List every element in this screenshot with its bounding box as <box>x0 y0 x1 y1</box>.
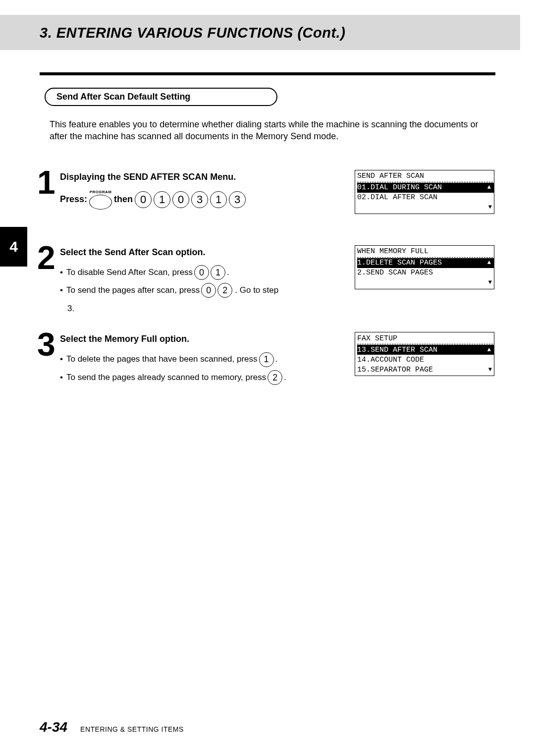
step-number: 1 <box>37 167 60 198</box>
b2-pre: To send the pages already scanned to mem… <box>66 370 266 385</box>
lcd2-line2: 1.DELETE SCAN PAGES <box>357 258 487 268</box>
lcd-3: FAX SETUP 13.SEND AFTER SCAN▲ 14.ACCOUNT… <box>355 332 494 376</box>
lcd1-line2: 01.DIAL DURING SCAN <box>357 183 487 193</box>
down-arrow-icon: ▼ <box>488 279 494 287</box>
up-arrow-icon: ▲ <box>487 184 493 192</box>
step-3-bullet-1: • To delete the pages that have been sca… <box>60 352 345 367</box>
lcd1-line3: 02.DIAL AFTER SCAN <box>357 193 494 203</box>
step-3-title: Select the Memory Full option. <box>60 334 345 344</box>
page-header: 3. ENTERING VARIOUS FUNCTIONS (Cont.) <box>0 15 520 50</box>
key-3: 3 <box>191 191 208 208</box>
step-3: 3 Select the Memory Full option. • To de… <box>37 332 345 388</box>
key-0: 0 <box>194 265 209 280</box>
key-1: 1 <box>154 191 170 208</box>
step-2-bullet-1: • To disable Send After Scan, press 0 1 … <box>60 265 345 280</box>
key-2: 2 <box>268 370 282 385</box>
step-2-bullet-2: • To send the pages after scan, press 0 … <box>60 283 345 298</box>
step-2-bullet-2b: 3. <box>60 301 345 317</box>
down-arrow-icon: ▼ <box>488 204 494 212</box>
key-1b: 1 <box>210 191 227 208</box>
key-2: 2 <box>217 283 232 298</box>
program-key-shape <box>89 195 112 210</box>
lcd-2: WHEN MEMORY FULL 1.DELETE SCAN PAGES▲ 2.… <box>355 245 494 289</box>
step-2-title: Select the Send After Scan option. <box>60 247 345 258</box>
up-arrow-icon: ▲ <box>487 259 493 267</box>
header-title: 3. ENTERING VARIOUS FUNCTIONS (Cont.) <box>40 25 505 41</box>
b1-pre: To delete the pages that have been scann… <box>66 352 258 367</box>
lcd2-line3: 2.SEND SCAN PAGES <box>357 268 494 278</box>
b1-pre: To disable Send After Scan, press <box>66 265 193 280</box>
key-1: 1 <box>211 265 225 280</box>
press-label: Press: <box>60 194 87 205</box>
step-1-title: Displaying the SEND AFTER SCAN Menu. <box>60 172 345 182</box>
key-0: 0 <box>135 191 152 208</box>
key-0b: 0 <box>172 191 189 208</box>
page-footer: 4-34 ENTERING & SETTING ITEMS <box>40 719 184 735</box>
section-pill: Send After Scan Default Setting <box>45 88 277 106</box>
pill-label: Send After Scan Default Setting <box>56 92 190 102</box>
content-column: 1 Displaying the SEND AFTER SCAN Menu. P… <box>37 170 535 401</box>
divider <box>40 72 495 75</box>
step-number: 3 <box>37 329 60 360</box>
lcd3-line3: 14.ACCOUNT CODE <box>357 355 494 365</box>
then-label: then <box>114 194 133 205</box>
lcd-1: SEND AFTER SCAN 01.DIAL DURING SCAN▲ 02.… <box>355 170 494 214</box>
program-key-label: PROGRAM <box>90 190 112 194</box>
page-number: 4-34 <box>40 719 67 735</box>
step-number: 2 <box>37 242 60 273</box>
key-0b: 0 <box>201 283 216 298</box>
step-1-press: Press: PROGRAM then 0 1 0 3 1 3 <box>60 190 345 210</box>
down-arrow-icon: ▼ <box>488 366 494 374</box>
intro-text: This feature enables you to determine wh… <box>50 118 495 143</box>
up-arrow-icon: ▲ <box>487 346 493 354</box>
key-3b: 3 <box>229 191 246 208</box>
b2-pre: To send the pages after scan, press <box>66 283 200 298</box>
lcd3-line4: 15.SEPARATOR PAGE <box>357 365 488 375</box>
step-2: 2 Select the Send After Scan option. • T… <box>37 245 345 320</box>
body-row: 4 1 Displaying the SEND AFTER SCAN Menu.… <box>0 170 535 401</box>
key-1: 1 <box>259 352 274 367</box>
step-3-bullet-2: • To send the pages already scanned to m… <box>60 370 345 385</box>
lcd1-line1: SEND AFTER SCAN <box>357 171 494 181</box>
b2-line2: 3. <box>67 301 74 317</box>
lcd3-line1: FAX SETUP <box>357 334 494 344</box>
b2-post: . Go to step <box>235 283 278 298</box>
lcd3-line2: 13.SEND AFTER SCAN <box>357 345 487 355</box>
lcd2-line1: WHEN MEMORY FULL <box>357 247 494 257</box>
step-1: 1 Displaying the SEND AFTER SCAN Menu. P… <box>37 170 345 210</box>
program-key: PROGRAM <box>89 190 112 210</box>
chapter-tab: 4 <box>0 227 27 267</box>
footer-section: ENTERING & SETTING ITEMS <box>80 725 184 733</box>
